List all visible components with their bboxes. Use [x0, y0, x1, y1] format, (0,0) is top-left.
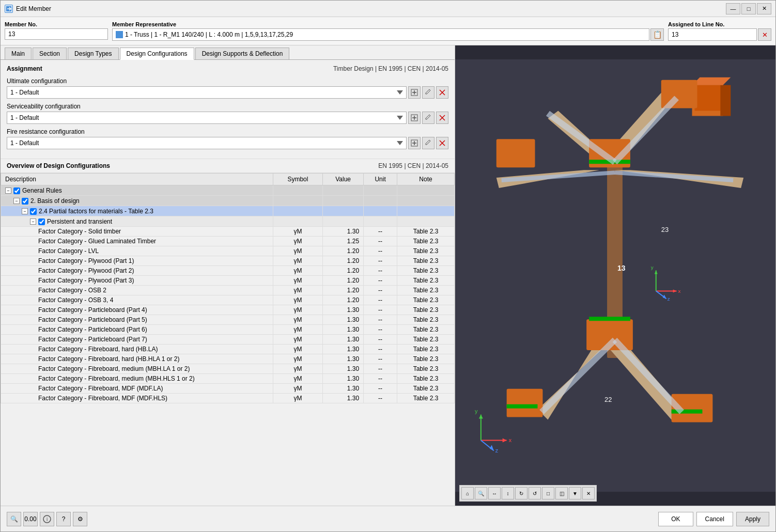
ultimate-config-edit-button[interactable]: [422, 86, 434, 99]
value-cell: 1.20: [323, 276, 364, 286]
svg-text:z: z: [668, 296, 670, 302]
table-row[interactable]: Factor Category - Particleboard (Part 6)…: [1, 325, 455, 335]
symbol-cell: γM: [273, 364, 322, 374]
table-row[interactable]: Factor Category - Fibreboard, medium (MB…: [1, 374, 455, 384]
serviceability-config-select[interactable]: 1 - Default: [7, 112, 407, 124]
viewport-more-button[interactable]: ▼: [569, 487, 581, 499]
settings-icon-button[interactable]: ⚙: [73, 512, 87, 526]
svg-text:y: y: [475, 408, 478, 414]
maximize-button[interactable]: □: [741, 3, 756, 14]
info-icon-button[interactable]: i: [40, 512, 54, 526]
assigned-line-input[interactable]: [668, 28, 757, 41]
table-row[interactable]: Factor Category - OSB 2γM1.20--Table 2.3: [1, 286, 455, 295]
row-checkbox[interactable]: [38, 218, 45, 225]
viewport-render-button[interactable]: □: [542, 487, 554, 499]
minimize-button[interactable]: —: [726, 3, 740, 14]
table-row[interactable]: Factor Category - Glued Laminated Timber…: [1, 237, 455, 246]
row-text: Factor Category - Plywood (Part 1): [38, 257, 134, 264]
ultimate-config-new-button[interactable]: [408, 86, 421, 99]
row-text: Factor Category - Plywood (Part 2): [38, 267, 134, 274]
tab-main[interactable]: Main: [5, 48, 32, 59]
table-row[interactable]: −Persistent and transient: [1, 216, 455, 227]
row-text: Factor Category - Particleboard (Part 5): [38, 316, 147, 323]
row-checkbox[interactable]: [13, 187, 20, 194]
member-rep-add-button[interactable]: 📋: [650, 28, 664, 41]
table-row[interactable]: Factor Category - LVLγM1.20--Table 2.3: [1, 246, 455, 256]
tab-design-supports-deflection[interactable]: Design Supports & Deflection: [195, 48, 290, 59]
value-icon-button[interactable]: 0.00: [23, 512, 38, 526]
table-row[interactable]: Factor Category - Fibreboard, hard (HB.L…: [1, 345, 455, 354]
table-row[interactable]: Factor Category - Fibreboard, hard (HB.H…: [1, 354, 455, 364]
member-color-indicator: [116, 31, 123, 38]
row-checkbox[interactable]: [30, 208, 37, 215]
table-row[interactable]: Factor Category - Plywood (Part 3)γM1.20…: [1, 276, 455, 286]
search-icon-button[interactable]: 🔍: [7, 512, 21, 526]
table-row[interactable]: Factor Category - Particleboard (Part 7)…: [1, 335, 455, 345]
viewport-view-button[interactable]: ◫: [555, 487, 568, 499]
viewport-rotate-z-button[interactable]: ↻: [515, 487, 527, 499]
ultimate-config-delete-button[interactable]: [436, 86, 448, 99]
table-row[interactable]: Factor Category - Particleboard (Part 5)…: [1, 315, 455, 325]
expand-icon[interactable]: −: [30, 218, 36, 225]
ok-button[interactable]: OK: [658, 512, 693, 526]
viewport-close-button[interactable]: ✕: [582, 487, 595, 499]
cancel-button[interactable]: Cancel: [696, 512, 733, 526]
table-row[interactable]: −General Rules: [1, 185, 455, 196]
viewport-home-button[interactable]: ⌂: [461, 487, 474, 499]
table-container[interactable]: Description Symbol Value Unit Note −Gene…: [1, 173, 455, 506]
row-checkbox[interactable]: [22, 198, 28, 205]
table-row[interactable]: Factor Category - Fibreboard, MDF (MDF.H…: [1, 394, 455, 403]
value-cell: 1.20: [323, 246, 364, 256]
description-cell: Factor Category - Fibreboard, hard (HB.L…: [1, 345, 273, 354]
expand-icon[interactable]: −: [22, 208, 28, 214]
table-row[interactable]: Factor Category - Plywood (Part 2)γM1.20…: [1, 266, 455, 276]
table-row[interactable]: −2. Basis of design: [1, 196, 455, 206]
svg-rect-27: [695, 83, 723, 111]
table-row[interactable]: Factor Category - Fibreboard, MDF (MDF.L…: [1, 384, 455, 394]
fire-resistance-config-new-button[interactable]: [408, 137, 421, 149]
row-text: General Rules: [22, 187, 62, 194]
table-row[interactable]: Factor Category - OSB 3, 4γM1.20--Table …: [1, 295, 455, 305]
titlebar: Edit Member — □ ✕: [1, 1, 775, 17]
unit-cell: --: [364, 266, 397, 276]
member-no-input[interactable]: [5, 28, 108, 40]
table-row[interactable]: Factor Category - Particleboard (Part 4)…: [1, 305, 455, 315]
table-row[interactable]: Factor Category - Fibreboard, medium (MB…: [1, 364, 455, 374]
ultimate-config-select[interactable]: 1 - Default: [7, 86, 407, 99]
table-row[interactable]: Factor Category - Solid timberγM1.30--Ta…: [1, 227, 455, 237]
expand-icon[interactable]: −: [5, 187, 11, 194]
fire-resistance-config-delete-button[interactable]: [436, 137, 448, 149]
note-cell: [397, 185, 454, 196]
tab-design-types[interactable]: Design Types: [68, 48, 119, 59]
fire-resistance-config-select[interactable]: 1 - Default: [7, 137, 407, 149]
viewport-zoom-button[interactable]: 🔍: [475, 487, 487, 499]
note-cell: Table 2.3: [397, 345, 454, 354]
close-button[interactable]: ✕: [757, 3, 771, 14]
unit-cell: --: [364, 315, 397, 325]
assigned-line-clear-button[interactable]: ✕: [758, 28, 771, 41]
serviceability-config-input-row: 1 - Default: [7, 112, 448, 124]
tab-section[interactable]: Section: [33, 48, 67, 59]
serviceability-config-delete-button[interactable]: [436, 112, 448, 124]
svg-text:13: 13: [617, 264, 626, 272]
tab-design-configurations[interactable]: Design Configurations: [120, 48, 194, 60]
table-row[interactable]: Factor Category - Plywood (Part 1)γM1.20…: [1, 256, 455, 266]
value-cell: 1.30: [323, 305, 364, 315]
symbol-cell: γM: [273, 325, 322, 335]
table-row[interactable]: −2.4 Partial factors for materials - Tab…: [1, 206, 455, 216]
svg-rect-40: [507, 404, 538, 409]
apply-button[interactable]: Apply: [736, 512, 769, 526]
description-cell: Factor Category - Fibreboard, MDF (MDF.H…: [1, 394, 273, 403]
fire-resistance-config-edit-button[interactable]: [422, 137, 434, 149]
viewport-rotate-neg-z-button[interactable]: ↺: [529, 487, 541, 499]
value-cell: 1.30: [323, 394, 364, 403]
viewport-rotate-y-button[interactable]: ↕: [502, 487, 514, 499]
serviceability-config-edit-button[interactable]: [422, 112, 434, 124]
expand-icon[interactable]: −: [13, 198, 20, 204]
viewport-rotate-x-button[interactable]: ↔: [488, 487, 501, 499]
unit-cell: [364, 216, 397, 227]
member-no-label: Member No.: [5, 21, 108, 27]
svg-text:22: 22: [604, 396, 612, 403]
serviceability-config-new-button[interactable]: [408, 112, 421, 124]
help-icon-button[interactable]: ?: [56, 512, 71, 526]
